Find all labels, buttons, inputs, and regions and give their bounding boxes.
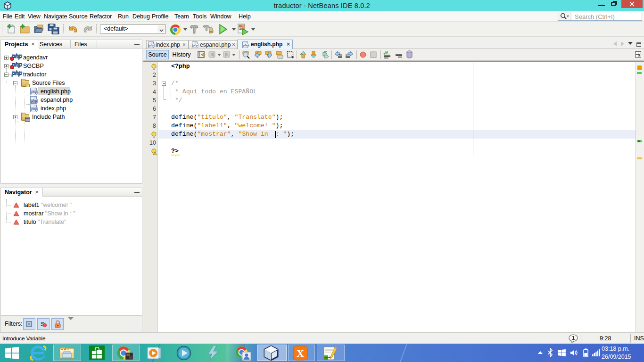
svg-text:1: 1 [572, 335, 575, 341]
svg-text:3: 3 [239, 27, 241, 30]
svg-text:!: ! [155, 152, 155, 155]
svg-text:N++: N++ [324, 355, 331, 360]
svg-text:X: X [297, 347, 304, 359]
